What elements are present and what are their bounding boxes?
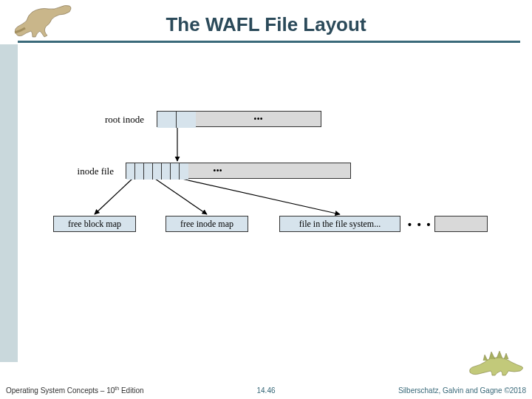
inode-file-cells [126, 163, 189, 179]
inode-file-extent: ••• [188, 163, 351, 179]
wafl-diagram: root inode ••• inode file ••• free block… [0, 0, 532, 399]
file-in-fs-label: file in the file system... [299, 219, 381, 230]
slide: The WAFL File Layout root inode ••• [0, 0, 532, 399]
arrows-svg [0, 0, 532, 399]
file-in-fs-box: file in the file system... [279, 216, 400, 232]
svg-line-3 [182, 179, 340, 214]
footer: Operating System Concepts – 10th Edition… [0, 381, 532, 399]
free-inode-map-box: free inode map [166, 216, 248, 232]
root-inode-block [157, 111, 197, 127]
trailing-gray-box [434, 216, 488, 232]
free-block-map-label: free block map [68, 219, 121, 230]
free-inode-map-label: free inode map [180, 219, 233, 230]
ellipsis-icon: ••• [213, 166, 222, 177]
ellipsis-icon: • • • [408, 219, 432, 231]
root-inode-extent: ••• [196, 111, 321, 127]
ellipsis-icon: ••• [253, 114, 263, 125]
inode-file-label: inode file [62, 166, 114, 177]
svg-line-1 [95, 179, 132, 214]
footer-copyright: Silberschatz, Galvin and Gagne ©2018 [398, 386, 526, 395]
free-block-map-box: free block map [53, 216, 136, 232]
dinosaur-stegosaurus-icon [467, 344, 526, 378]
svg-line-2 [155, 179, 207, 214]
root-inode-label: root inode [89, 114, 144, 126]
